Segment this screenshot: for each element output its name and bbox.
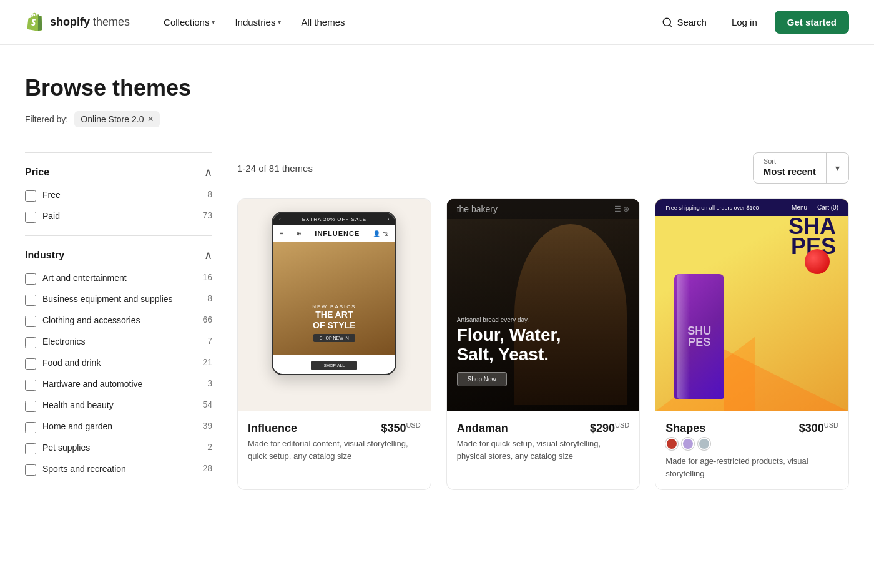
- industry-count-5: 3: [207, 378, 212, 388]
- svg-point-0: [664, 18, 671, 26]
- industry-label-0: Art and entertainment: [42, 272, 196, 285]
- shapes-berry: [805, 249, 830, 274]
- industry-label-4: Food and drink: [42, 357, 196, 370]
- theme-name: Shapes: [665, 422, 705, 435]
- collapse-icon: ∧: [204, 165, 212, 179]
- industry-checkbox-2[interactable]: [25, 316, 36, 327]
- industry-count-1: 8: [207, 293, 212, 303]
- collapse-icon: ∧: [204, 248, 212, 262]
- theme-card-info-influence: Influence $350USD Made for editorial con…: [238, 411, 431, 472]
- influence-mockup: ‹ EXTRA 20% OFF SALE › ≡ ⊕ INFLUENCE 👤: [272, 212, 396, 375]
- get-started-button[interactable]: Get started: [775, 11, 849, 34]
- shapes-triangle-2: [724, 349, 848, 411]
- industry-count-8: 2: [207, 442, 212, 452]
- theme-card-influence[interactable]: ‹ EXTRA 20% OFF SALE › ≡ ⊕ INFLUENCE 👤: [237, 198, 431, 490]
- theme-card-info-andaman: Andaman $290USD Made for quick setup, vi…: [447, 411, 640, 472]
- chevron-down-icon: ▾: [278, 19, 281, 26]
- theme-price: $290USD: [590, 421, 629, 435]
- page-title: Browse themes: [25, 75, 849, 101]
- sort-control[interactable]: Sort Most recent ▾: [753, 152, 849, 184]
- mockup-footer: SHOP ALL: [273, 355, 395, 374]
- industry-checkbox-3[interactable]: [25, 337, 36, 348]
- theme-area: 1-24 of 81 themes Sort Most recent ▾: [237, 152, 849, 490]
- industry-row-9: Sports and recreation28: [25, 463, 212, 476]
- mockup-nav: ≡ ⊕ INFLUENCE 👤 🛍: [273, 225, 395, 242]
- industry-row-6: Health and beauty54: [25, 399, 212, 412]
- industry-checkbox-7[interactable]: [25, 422, 36, 433]
- industry-section-header[interactable]: Industry ∧: [25, 248, 212, 262]
- filtered-by-label: Filtered by:: [25, 114, 68, 124]
- industry-checkbox-1[interactable]: [25, 295, 36, 306]
- industry-label-9: Sports and recreation: [42, 463, 196, 476]
- price-section-header[interactable]: Price ∧: [25, 165, 212, 179]
- sort-chevron-button[interactable]: ▾: [827, 157, 848, 179]
- chevron-down-icon: ▾: [835, 163, 840, 173]
- price-section-title: Price: [25, 167, 49, 178]
- shapes-inner: Free shipping on all orders over $100 Me…: [656, 199, 848, 411]
- price-paid-row: Paid 73: [25, 210, 212, 223]
- remove-filter-icon[interactable]: ×: [147, 114, 153, 124]
- andaman-center-text: Artisanal bread every day. Flour, Water,…: [457, 316, 561, 386]
- price-paid-count: 73: [202, 210, 212, 220]
- price-free-row: Free 8: [25, 189, 212, 202]
- chevron-down-icon: ▾: [212, 19, 215, 26]
- industry-count-2: 66: [202, 315, 212, 325]
- themes-count: 1-24 of 81 themes: [237, 163, 313, 174]
- theme-desc: Made for age-restricted products, visual…: [665, 455, 838, 479]
- color-dot-purple[interactable]: [682, 438, 694, 450]
- price-free-checkbox[interactable]: [25, 190, 36, 202]
- theme-name-price: Andaman $290USD: [457, 421, 630, 435]
- logo-text: shopify themes: [50, 16, 130, 29]
- sidebar: Price ∧ Free 8 Paid 73 Industry: [25, 152, 212, 488]
- price-paid-checkbox[interactable]: [25, 212, 36, 223]
- industry-count-4: 21: [202, 357, 212, 367]
- industry-label-3: Electronics: [42, 336, 201, 348]
- login-button[interactable]: Log in: [724, 12, 765, 32]
- theme-card-image-andaman: the bakery ☰ ⊕ Artisanal bread every day…: [447, 199, 640, 411]
- industry-count-0: 16: [202, 272, 212, 282]
- mockup-text-overlay: NEW BASICS THE ARTOF STYLE SHOP NEW IN: [273, 304, 395, 342]
- industry-row-2: Clothing and accessories66: [25, 315, 212, 327]
- industry-label-2: Clothing and accessories: [42, 315, 196, 327]
- logo[interactable]: shopify themes: [25, 12, 130, 32]
- nav-collections[interactable]: Collections ▾: [155, 12, 223, 32]
- sort-top-label: Sort: [764, 158, 816, 165]
- theme-card-andaman[interactable]: the bakery ☰ ⊕ Artisanal bread every day…: [446, 198, 641, 490]
- theme-area-header: 1-24 of 81 themes Sort Most recent ▾: [237, 152, 849, 184]
- theme-name: Influence: [248, 422, 297, 435]
- industry-checkbox-9[interactable]: [25, 464, 36, 476]
- filter-row: Filtered by: Online Store 2.0 ×: [25, 111, 849, 127]
- industry-checkbox-5[interactable]: [25, 380, 36, 391]
- industry-row-1: Business equipment and supplies8: [25, 293, 212, 306]
- industry-checkboxes: Art and entertainment16Business equipmen…: [25, 272, 212, 476]
- theme-card-shapes[interactable]: Free shipping on all orders over $100 Me…: [655, 198, 849, 490]
- industry-filter-section: Industry ∧ Art and entertainment16Busine…: [25, 235, 212, 476]
- search-icon: [662, 17, 673, 28]
- shopify-logo-icon: [25, 12, 45, 32]
- shapes-can: SHUPES: [674, 274, 724, 411]
- nav-all-themes[interactable]: All themes: [292, 12, 353, 32]
- mockup-top-bar: ‹ EXTRA 20% OFF SALE ›: [273, 213, 395, 225]
- industry-checkbox-8[interactable]: [25, 443, 36, 454]
- industry-row-3: Electronics7: [25, 336, 212, 348]
- filter-tag-online-store[interactable]: Online Store 2.0 ×: [74, 111, 160, 127]
- color-dot-gray[interactable]: [698, 438, 710, 450]
- industry-checkbox-6[interactable]: [25, 401, 36, 412]
- color-dot-red[interactable]: [665, 438, 678, 450]
- header-actions: Search Log in Get started: [654, 11, 849, 34]
- industry-count-3: 7: [207, 336, 212, 346]
- industry-row-8: Pet supplies2: [25, 442, 212, 454]
- industry-row-0: Art and entertainment16: [25, 272, 212, 285]
- industry-checkbox-0[interactable]: [25, 273, 36, 285]
- industry-checkbox-4[interactable]: [25, 358, 36, 370]
- industry-row-4: Food and drink21: [25, 357, 212, 370]
- search-button[interactable]: Search: [654, 12, 714, 33]
- industry-section-title: Industry: [25, 250, 64, 261]
- industry-label-8: Pet supplies: [42, 442, 201, 454]
- nav-industries[interactable]: Industries ▾: [226, 12, 290, 32]
- theme-price: $350USD: [381, 421, 420, 435]
- mockup-image-area: NEW BASICS THE ARTOF STYLE SHOP NEW IN: [273, 242, 395, 355]
- main-layout: Price ∧ Free 8 Paid 73 Industry: [25, 152, 849, 490]
- theme-name-price: Influence $350USD: [248, 421, 421, 435]
- theme-card-image-shapes: Free shipping on all orders over $100 Me…: [656, 199, 848, 411]
